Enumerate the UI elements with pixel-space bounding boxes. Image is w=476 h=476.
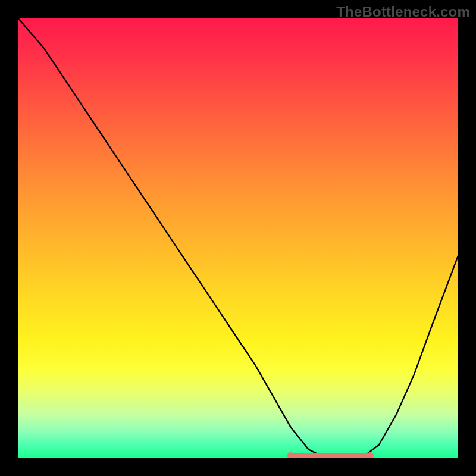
bottleneck-curve-path: [18, 18, 458, 458]
flat-region-start-marker: [287, 452, 295, 458]
chart-plot-area: [18, 18, 458, 458]
chart-svg: [18, 18, 458, 458]
chart-frame: TheBottleneck.com: [0, 0, 476, 476]
